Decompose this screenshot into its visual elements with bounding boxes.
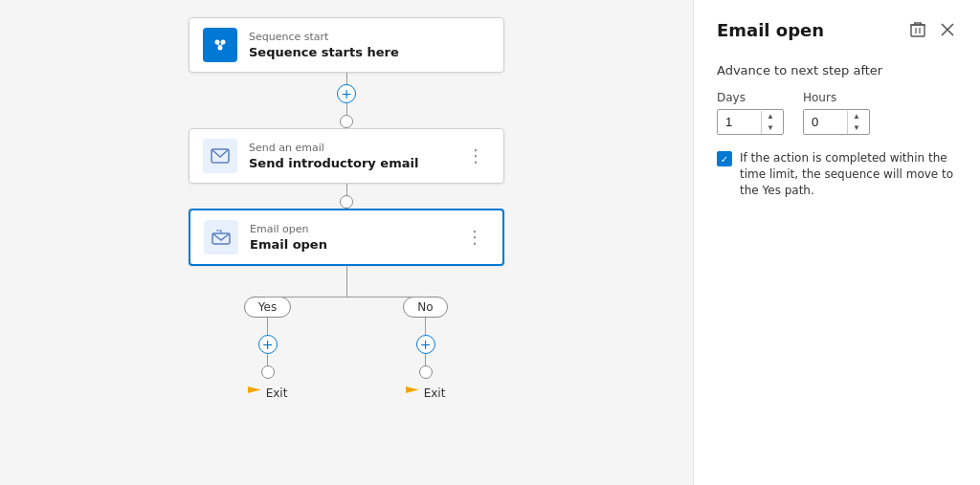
- days-down-button[interactable]: ▼: [762, 122, 779, 134]
- panel-actions: [907, 19, 957, 40]
- send-email-node[interactable]: Send an email Send introductory email ⋮: [189, 128, 504, 184]
- time-fields: Days ▲ ▼ Hours ▲ ▼: [717, 91, 957, 135]
- email-open-node[interactable]: Email open Email open ⋮: [189, 209, 504, 266]
- svg-point-2: [218, 46, 223, 51]
- canvas-area: Sequence start Sequence starts here + Se…: [0, 0, 693, 485]
- circle-1: [340, 115, 353, 128]
- close-button[interactable]: [938, 20, 957, 39]
- yes-add-step[interactable]: +: [258, 335, 278, 354]
- send-email-label: Send an email: [249, 142, 450, 154]
- hours-label: Hours: [803, 91, 870, 104]
- days-label: Days: [717, 91, 784, 104]
- email-open-menu[interactable]: ⋮: [460, 227, 489, 248]
- checkbox-text: If the action is completed within the ti…: [740, 150, 957, 198]
- email-open-icon: [204, 220, 238, 254]
- panel-header: Email open: [717, 19, 957, 40]
- yes-path-checkbox[interactable]: [717, 151, 732, 166]
- no-branch: No + Exit: [346, 297, 504, 400]
- send-email-text: Send an email Send introductory email: [249, 142, 450, 170]
- branch-lines: [189, 266, 504, 297]
- hours-up-button[interactable]: ▲: [848, 111, 865, 122]
- svg-line-4: [220, 45, 223, 46]
- yes-branch: Yes + Exit: [189, 297, 346, 400]
- days-spinner: ▲ ▼: [717, 109, 784, 135]
- branches: Yes + Exit No +: [189, 297, 504, 400]
- svg-point-1: [221, 40, 226, 45]
- no-exit-flag: [406, 386, 419, 400]
- right-panel: Email open Advance to: [693, 0, 980, 485]
- no-pill: No: [403, 297, 447, 318]
- line-1: [346, 73, 347, 84]
- svg-line-3: [217, 45, 220, 46]
- line-3: [346, 184, 347, 195]
- no-add-step[interactable]: +: [416, 335, 435, 354]
- days-spinner-buttons: ▲ ▼: [761, 111, 779, 134]
- email-open-text: Email open Email open: [250, 223, 449, 252]
- panel-title: Email open: [717, 20, 824, 40]
- branch-center-line: [346, 266, 347, 297]
- branch-h-line: [265, 297, 428, 298]
- svg-point-0: [215, 40, 220, 45]
- svg-rect-7: [911, 25, 924, 36]
- flow-container: Sequence start Sequence starts here + Se…: [189, 17, 504, 400]
- send-email-title: Send introductory email: [249, 156, 450, 170]
- no-exit: Exit: [406, 386, 446, 400]
- yes-exit: Exit: [248, 386, 288, 400]
- branch-area: Yes + Exit No +: [189, 266, 504, 400]
- sequence-start-text: Sequence start Sequence starts here: [249, 31, 490, 59]
- section-label: Advance to next step after: [717, 63, 957, 77]
- hours-down-button[interactable]: ▼: [848, 122, 865, 134]
- sequence-start-title: Sequence starts here: [249, 45, 490, 59]
- hours-input[interactable]: [804, 110, 847, 134]
- delete-button[interactable]: [907, 19, 928, 40]
- no-exit-label: Exit: [424, 386, 446, 400]
- no-circle: [419, 365, 433, 379]
- sequence-start-label: Sequence start: [249, 31, 490, 43]
- yes-exit-flag: [248, 386, 261, 400]
- yes-pill: Yes: [244, 297, 291, 318]
- hours-spinner: ▲ ▼: [803, 109, 870, 135]
- yes-exit-label: Exit: [266, 386, 288, 400]
- circle-2: [340, 195, 353, 209]
- connector-2: [340, 184, 353, 209]
- hours-field-group: Hours ▲ ▼: [803, 91, 870, 135]
- add-step-1[interactable]: +: [337, 84, 356, 103]
- line-2: [346, 103, 347, 115]
- days-input[interactable]: [718, 110, 761, 134]
- email-open-label: Email open: [250, 223, 449, 235]
- hours-spinner-buttons: ▲ ▼: [847, 111, 865, 134]
- email-open-title: Email open: [250, 237, 449, 252]
- sequence-start-icon: [203, 28, 237, 62]
- sequence-start-node[interactable]: Sequence start Sequence starts here: [189, 17, 504, 73]
- send-email-menu[interactable]: ⋮: [461, 145, 490, 166]
- yes-circle: [261, 365, 275, 379]
- days-field-group: Days ▲ ▼: [717, 91, 784, 135]
- send-email-icon: [203, 139, 237, 173]
- checkbox-row[interactable]: If the action is completed within the ti…: [717, 150, 957, 198]
- connector-1: +: [337, 73, 356, 128]
- days-up-button[interactable]: ▲: [762, 111, 779, 122]
